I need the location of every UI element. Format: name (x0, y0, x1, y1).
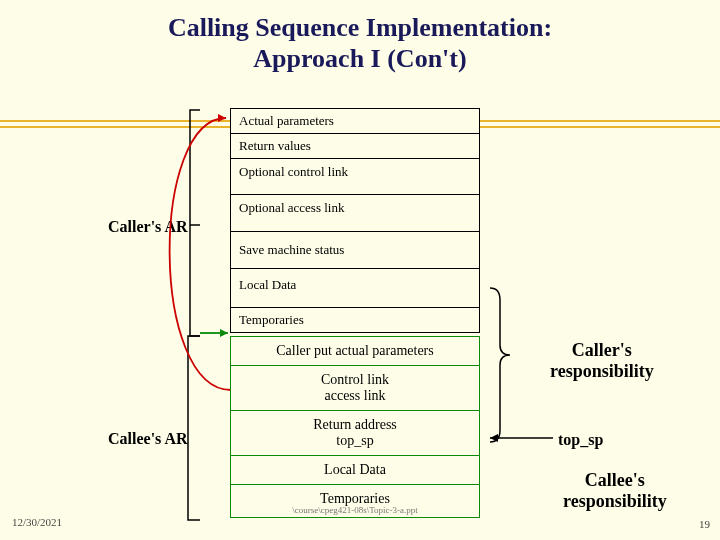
cell-local-data: Local Data (231, 269, 479, 308)
cell-access-link-text: access link (324, 388, 385, 403)
arrow-red-link (170, 118, 231, 390)
callers-responsibility-label: Caller's responsibility (550, 340, 654, 381)
cell-return-address-text: Return address (313, 417, 397, 432)
cell-optional-control-link: Optional control link (231, 159, 479, 195)
cell-topsp-text: top_sp (336, 433, 373, 448)
cell-return-address-topsp: Return address top_sp (231, 411, 479, 456)
cell-return-values: Return values (231, 134, 479, 159)
cell-save-machine-status: Save machine status (231, 232, 479, 269)
bracket-callee-ar (188, 336, 200, 520)
cell-control-link-text: Control link (321, 372, 389, 387)
cell-actual-parameters: Actual parameters (231, 109, 479, 134)
callees-responsibility-label: Callee's responsibility (563, 470, 667, 511)
cell-optional-access-link: Optional access link (231, 195, 479, 231)
cell-caller-put-actual-params: Caller put actual parameters (231, 337, 479, 366)
title-line2: Approach I (Con't) (253, 44, 466, 73)
slide-number: 19 (699, 518, 710, 530)
footer-path: \course\cpeg421-08s\Topic-3-a.ppt (235, 505, 475, 515)
cell-control-access-link: Control link access link (231, 366, 479, 411)
caller-ar-stack: Actual parameters Return values Optional… (230, 108, 480, 333)
cell-callee-temporaries: Temporaries \course\cpeg421-08s\Topic-3-… (231, 485, 479, 517)
title-line1: Calling Sequence Implementation: (168, 13, 552, 42)
callees-resp-l1: Callee's (585, 470, 645, 490)
callers-resp-l2: responsibility (550, 361, 654, 381)
brace-callers-responsibility (490, 288, 510, 442)
callees-ar-label: Callee's AR (108, 430, 188, 448)
slide-date: 12/30/2021 (12, 516, 62, 528)
callers-ar-label: Caller's AR (108, 218, 188, 236)
top-sp-label: top_sp (558, 431, 603, 449)
callees-resp-l2: responsibility (563, 491, 667, 511)
arrow-green-start-head (220, 329, 228, 337)
callers-resp-l1: Caller's (572, 340, 632, 360)
callee-ar-stack: Caller put actual parameters Control lin… (230, 336, 480, 518)
cell-temporaries: Temporaries (231, 308, 479, 332)
arrow-top-sp-head (490, 434, 498, 442)
bracket-caller-ar (190, 110, 200, 336)
cell-callee-temporaries-text: Temporaries (320, 491, 390, 506)
cell-callee-local-data: Local Data (231, 456, 479, 485)
